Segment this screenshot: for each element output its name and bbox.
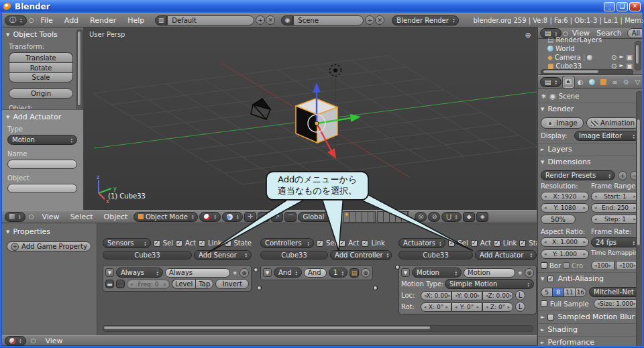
render-opengl-button[interactable]: ◆ <box>463 212 475 222</box>
sensors-link-checkbox[interactable] <box>199 240 205 247</box>
rot-x-field[interactable]: X: 0° <box>421 302 451 312</box>
sensor-name-field[interactable]: Always <box>165 268 230 278</box>
actuators-sel-checkbox[interactable] <box>448 240 455 247</box>
translate-manipulator-button[interactable] <box>258 212 270 222</box>
sensors-sel-checkbox[interactable] <box>154 240 160 247</box>
sampled-motion-blur-section-header[interactable]: Sampled Motion Blur <box>538 310 642 323</box>
controllers-act-checkbox[interactable] <box>339 240 345 247</box>
selectable-cursor-icon[interactable]: ► <box>619 54 623 61</box>
remap-old-field[interactable]: 100 <box>591 261 614 270</box>
menu-help[interactable]: Help <box>123 16 149 25</box>
outliner-scope-select[interactable]: All Scenes <box>627 28 642 38</box>
display-select[interactable]: Image Editor <box>574 131 639 141</box>
sensor-freq-field[interactable]: Freq: 0 <box>127 280 170 289</box>
controller-name-field[interactable]: And <box>304 268 327 278</box>
editor-type-properties-button[interactable]: ▤ <box>540 77 561 87</box>
controller-state-select[interactable]: 1 <box>329 268 347 278</box>
screen-layout-icon[interactable]: ▥ <box>155 15 167 25</box>
actuator-name-field[interactable]: Motion <box>464 268 515 278</box>
performance-section-header[interactable]: Performance <box>538 336 642 346</box>
sensors-filter-select[interactable]: Sensors <box>103 238 151 248</box>
menu-render[interactable]: Render <box>85 16 121 25</box>
render-presets-select[interactable]: Render Presets <box>541 170 615 180</box>
pulse-false-icon[interactable]: … <box>116 280 125 288</box>
menu-file[interactable]: File <box>36 16 57 25</box>
shading-section-header[interactable]: Shading <box>538 323 642 336</box>
loc-x-field[interactable]: X: 0.00 <box>421 291 451 300</box>
translate-button[interactable]: Translate <box>9 52 73 62</box>
proportional-edit-button[interactable]: ⊘ <box>428 212 440 222</box>
delete-scene-button[interactable]: ✕ <box>375 15 384 25</box>
add-screen-layout-button[interactable]: + <box>256 15 265 25</box>
editor-type-3dview-button[interactable] <box>5 212 25 222</box>
menu-object[interactable]: Object <box>99 213 133 221</box>
add-actuator-button[interactable]: Add Actuator <box>475 250 537 260</box>
rot-y-field[interactable]: Y: 0° <box>451 302 482 312</box>
aa-samples-8[interactable]: 8 <box>552 288 564 297</box>
fps-select[interactable]: 24 fps <box>591 237 639 247</box>
outliner-row-world[interactable]: World <box>538 44 642 53</box>
menu-select[interactable]: Select <box>66 213 98 221</box>
renderable-camera-icon[interactable]: ▣ <box>627 54 633 61</box>
scale-manipulator-button[interactable]: ⌒ <box>284 212 297 222</box>
menu-add[interactable]: Add <box>60 16 83 25</box>
render-animation-button[interactable]: Animation <box>586 117 639 129</box>
collapse-menus-icon[interactable]: ○ <box>29 15 34 25</box>
frame-start-field[interactable]: Start: 1 <box>591 192 639 201</box>
visibility-eye-icon[interactable]: ⊙ <box>611 54 616 61</box>
aa-samples-5[interactable]: 5 <box>541 288 552 297</box>
aa-size-field[interactable]: Size: 1.000 <box>594 299 639 308</box>
aa-filter-select[interactable]: Mitchell-Net <box>589 287 642 297</box>
full-sample-checkbox[interactable] <box>541 300 547 307</box>
sensors-state-checkbox[interactable] <box>225 240 231 247</box>
sensor-level-button[interactable]: Level <box>172 279 195 289</box>
antialiasing-section-header[interactable]: Anti-Aliasing <box>538 272 642 285</box>
transform-orientation-select[interactable]: Global <box>298 212 339 222</box>
resolution-percentage-button[interactable]: 50% <box>541 215 576 224</box>
sensor-link-socket[interactable] <box>254 268 258 272</box>
border-checkbox[interactable] <box>541 262 547 269</box>
pin-icon[interactable]: ∗ <box>541 92 547 101</box>
add-scene-button[interactable]: + <box>365 15 374 25</box>
scale-button[interactable]: Scale <box>9 72 73 82</box>
editor-type-info-button[interactable]: ⓘ <box>5 15 27 25</box>
tab-modifiers[interactable]: ⚙ <box>621 77 631 87</box>
viewport-3d[interactable]: z y x User Persp ⊕ (1) Cube33 <box>84 27 537 210</box>
pulse-true-icon[interactable]: ▬ <box>105 280 114 288</box>
collapse-menus-icon[interactable]: ○ <box>29 336 38 345</box>
window-titlebar[interactable]: Blender _ ❑ ✕ <box>0 0 644 13</box>
antialiasing-checkbox[interactable] <box>547 276 554 282</box>
outliner-row-camera[interactable]: ◆ Camera | ⊙ ► ▣ <box>538 53 642 62</box>
sensor-invert-button[interactable]: Invert <box>215 279 249 289</box>
outliner-v-scrollbar[interactable] <box>635 41 641 70</box>
operator-panel-header[interactable]: Add Actuator <box>2 111 83 123</box>
camera-object[interactable] <box>251 99 270 119</box>
frame-end-field[interactable]: End: 250 <box>591 203 639 213</box>
motion-type-select[interactable]: Simple Motion <box>445 279 534 289</box>
outliner-row-renderlayers[interactable]: ▤ RenderLayers <box>538 36 642 44</box>
sensors-act-checkbox[interactable] <box>176 240 182 247</box>
rotate-manipulator-button[interactable]: ↗ <box>271 212 283 222</box>
object-field[interactable] <box>7 184 77 193</box>
pin-icon[interactable]: ∗ <box>517 270 523 276</box>
tab-data[interactable]: ▽ <box>633 77 642 87</box>
actuator-in-socket[interactable] <box>395 265 400 270</box>
layer-grid-left[interactable] <box>343 211 376 223</box>
object-tools-panel-header[interactable]: Object Tools <box>2 29 83 40</box>
viewport-shading-select[interactable] <box>199 212 221 222</box>
tab-constraints[interactable]: ∞ <box>610 77 620 87</box>
tab-render[interactable] <box>563 76 574 88</box>
crop-checkbox[interactable] <box>563 262 570 269</box>
origin-button[interactable]: Origin <box>9 89 73 99</box>
menu-view[interactable]: View <box>38 213 64 221</box>
collapse-menus-icon[interactable]: ○ <box>27 212 36 221</box>
collapse-actuator-icon[interactable]: ▼ <box>401 268 410 277</box>
outliner-h-scrollbar[interactable] <box>541 69 633 74</box>
actuators-link-checkbox[interactable] <box>494 240 500 247</box>
controller-out-socket[interactable] <box>373 286 378 290</box>
lock-to-scene-button[interactable]: ◎ <box>415 212 427 222</box>
add-game-property-button[interactable]: + Add Game Property <box>7 241 91 251</box>
screen-layout-field[interactable]: Default <box>167 15 254 25</box>
rot-local-toggle[interactable]: L <box>515 302 525 312</box>
aa-samples-16[interactable]: 16 <box>575 288 586 297</box>
